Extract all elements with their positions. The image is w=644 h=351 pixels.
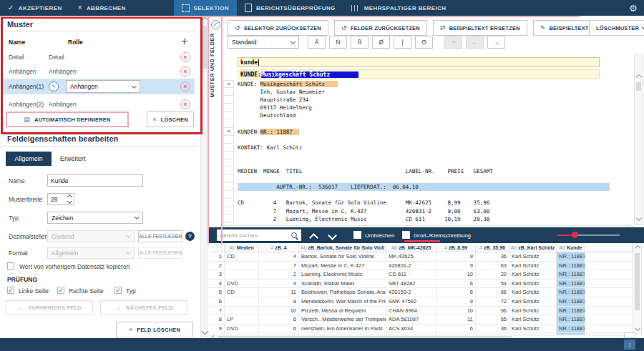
muster-row[interactable]: AnhängenAnhängen× [3, 64, 195, 79]
gutter-cell[interactable] [223, 167, 234, 175]
table-cell-menge[interactable]: 11 [259, 288, 299, 297]
table-cell-menge[interactable]: 6 [259, 325, 299, 333]
musterbreite-stepper[interactable]: 28 [47, 193, 74, 205]
table-cell-preis[interactable]: 6 [436, 288, 476, 297]
table-cell-kunde[interactable]: NR.: 11887 [557, 262, 585, 270]
table-cell-kontakt[interactable]: Karl Schütz [509, 297, 557, 306]
table-cell-num[interactable]: 7 [209, 307, 225, 315]
scrollbar-thumb[interactable] [636, 82, 641, 91]
delete-field-button[interactable]: × FELD LÖSCHEN [116, 322, 193, 337]
table-cell-kontakt[interactable]: Karl Schütz [509, 315, 557, 324]
table-cell-num[interactable]: 4 [209, 280, 225, 288]
muster-role-select[interactable]: Anhängen [66, 80, 140, 93]
table-cell-num[interactable]: 1 [209, 252, 225, 261]
char-class-button[interactable]: Ø [372, 36, 390, 49]
table-cell-titel[interactable]: Gershwin, Ein Amerikaner in Paris [299, 325, 386, 333]
scrollbar-thumb[interactable] [635, 253, 640, 310]
table-cell-medien[interactable] [225, 270, 259, 279]
table-cell-medien[interactable]: CD [225, 252, 259, 261]
table-cell-label_nr[interactable]: CHAN 8964 [386, 307, 436, 315]
table-cell-label_nr[interactable]: ADA 581087 [386, 315, 436, 324]
gutter-cell[interactable] [223, 207, 234, 215]
umbrechen-checkbox[interactable] [353, 231, 361, 239]
table-cell-titel[interactable]: Mozart, Messe in C, K.427 [299, 262, 386, 270]
table-vertical-scrollbar[interactable] [633, 243, 642, 335]
typ-checkbox[interactable]: ✓ [114, 287, 122, 294]
gutter-cell[interactable] [223, 199, 234, 207]
char-class-button[interactable]: ß [351, 36, 369, 49]
table-cell-kunde[interactable]: NR.: 11887 [557, 315, 585, 324]
table-cell-gesamt[interactable]: 36 [476, 325, 509, 333]
table-cell-kontakt[interactable]: Karl Schütz [509, 280, 557, 288]
gutter-cell[interactable] [223, 119, 234, 127]
table-cell-preis[interactable]: 10 [436, 307, 476, 315]
accept-button[interactable]: ✓ AKZEPTIEREN [0, 0, 70, 16]
editor-toolbar-button[interactable]: ↺FELDER ZURÜCKSETZEN [334, 20, 427, 36]
scrollbar-thumb[interactable] [203, 26, 207, 69]
gutter-cell[interactable] [223, 152, 234, 159]
table-column-header[interactable]: #zB_8,99 [436, 243, 476, 252]
gutter-cell[interactable] [223, 136, 234, 144]
table-cell-medien[interactable]: CD [225, 288, 259, 297]
table-cell-medien[interactable] [225, 297, 259, 306]
table-cell-titel[interactable]: Versch., Meisterwerke der Trompete [299, 315, 386, 324]
help-icon[interactable]: ? [185, 232, 195, 241]
selector-text-input[interactable]: kunde [238, 57, 600, 67]
editor-toolbar-button[interactable]: ⇄BEISPIELTEXT ERSETZEN [433, 20, 527, 36]
loeschmuster-button[interactable]: LÖSCHMUSTER [589, 20, 644, 36]
table-column-header[interactable]: AbMedien [225, 243, 259, 252]
table-cell-menge[interactable]: 7 [259, 262, 299, 270]
table-column-header[interactable]: AbzB_Karl Schütz [509, 243, 557, 252]
table-cell-label_nr[interactable]: ACS 8034 [386, 325, 436, 333]
pin-icon[interactable] [211, 20, 220, 29]
table-cell-kunde[interactable]: NR.: 11887 [557, 280, 585, 288]
row-height-icon[interactable]: ↕ [624, 340, 635, 350]
table-row[interactable]: 68Mendelssohn, War March of the PriestsS… [209, 297, 633, 307]
table-cell-menge[interactable]: 6 [259, 315, 299, 324]
table-cell-preis[interactable]: 11 [436, 315, 476, 324]
table-cell-label_nr[interactable]: SMK 47592 [386, 297, 436, 306]
table-cell-gesamt[interactable]: 63 [476, 262, 509, 270]
table-cell-gesamt[interactable]: 54 [476, 280, 509, 288]
gutter-cell[interactable] [223, 96, 234, 104]
table-cell-num[interactable]: 3 [209, 270, 225, 279]
table-row[interactable]: 4DVD9Scarlatti, Stabat MaterSBT 48282654… [209, 280, 633, 289]
table-cell-titel[interactable]: Beethoven, Pathetique Sonata, Arau [299, 288, 386, 297]
table-cell-kunde[interactable]: NR.: 11887 [557, 307, 585, 315]
scroll-down-icon[interactable] [635, 325, 640, 331]
table-cell-label_nr[interactable]: 420153-2 [386, 288, 436, 297]
char-class-button[interactable]: Ñ [329, 36, 347, 49]
table-cell-menge[interactable]: 8 [259, 297, 299, 306]
gross-klein-checkbox[interactable] [402, 231, 410, 239]
editor-toolbar-button[interactable]: ↺SELEKTOR ZURÜCKSETZEN [228, 20, 328, 36]
table-cell-menge[interactable]: 10 [259, 307, 299, 315]
gutter-cell[interactable] [223, 215, 234, 223]
table-cell-preis[interactable]: 10 [436, 270, 476, 279]
tab-allgemein[interactable]: Allgemein [6, 152, 52, 166]
side-tab-muster-und-felder[interactable]: MUSTER UND FELDER [209, 33, 215, 98]
table-cell-titel[interactable]: Mendelssohn, War March of the Priests [299, 297, 386, 306]
table-cell-preis[interactable]: 9 [436, 262, 476, 270]
table-row[interactable]: 9DVD6Gershwin, Ein Amerikaner in ParisAC… [209, 325, 633, 334]
gutter-cell[interactable] [223, 191, 234, 199]
gutter-cell[interactable] [223, 159, 234, 167]
table-cell-gesamt[interactable]: 36 [476, 252, 509, 261]
table-cell-label_nr[interactable]: CD 611 [386, 270, 436, 279]
table-cell-titel[interactable]: Scarlatti, Stabat Mater [299, 280, 386, 288]
table-row[interactable]: 27Mozart, Messe in C, K.427420831-2963Ka… [209, 262, 633, 271]
table-cell-menge[interactable]: 9 [259, 280, 299, 288]
gutter-cell[interactable] [223, 175, 234, 183]
scroll-down-icon[interactable] [636, 215, 642, 221]
remove-muster-icon[interactable]: × [180, 81, 190, 92]
table-cell-titel[interactable]: Luening, Electronic Music [299, 270, 386, 279]
copy-previous-checkbox[interactable] [7, 262, 14, 270]
scroll-up-icon[interactable] [636, 74, 642, 80]
auto-define-button[interactable]: ▤ AUTOMATISCH DEFINIEREN [6, 112, 129, 127]
table-cell-titel[interactable]: Pizzetti, Messa di Requiem [299, 307, 386, 315]
tab-selektion[interactable]: SELEKTION [174, 0, 237, 16]
char-class-button[interactable]: Θ [415, 36, 433, 49]
table-cell-kunde[interactable]: NR.: 11887 [557, 288, 585, 297]
gutter-cell[interactable] [223, 144, 234, 152]
tab-erweitert[interactable]: Erweitert [60, 152, 86, 166]
name-field[interactable] [47, 174, 143, 187]
